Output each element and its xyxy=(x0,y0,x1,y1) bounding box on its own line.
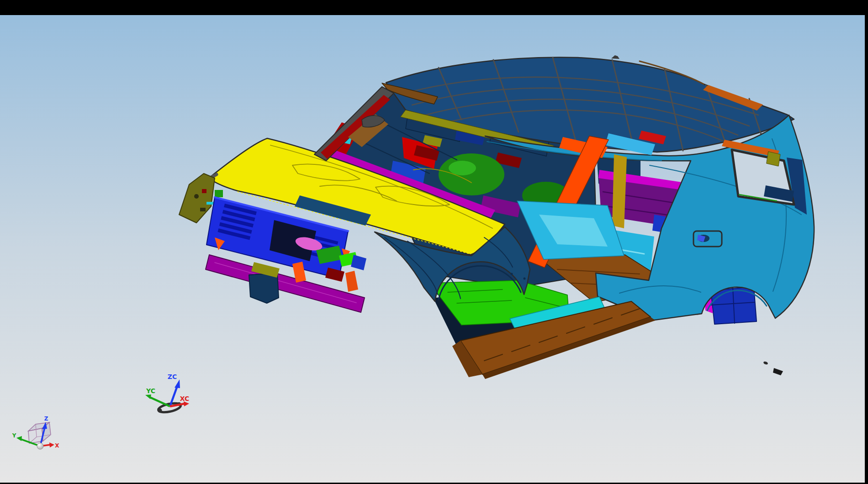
view-x-label: X xyxy=(55,442,59,449)
window-frame-right xyxy=(865,0,868,484)
view-origin-sphere[interactable] xyxy=(37,443,43,449)
wcs-zc-label: ZC xyxy=(168,373,177,380)
wheelhouse-green-dome[interactable] xyxy=(439,153,504,195)
apron-red-clip xyxy=(202,189,206,193)
cad-application-window: ZC YC XC Z Y X xyxy=(0,0,868,484)
apron-green-bracket[interactable] xyxy=(215,190,223,197)
door-handle-pocket[interactable] xyxy=(693,231,722,247)
wheelhouse-green-highlight xyxy=(449,161,476,175)
quarter-window-olive-plate[interactable] xyxy=(767,152,780,166)
fender-bolt-hole xyxy=(524,278,526,280)
window-frame-top xyxy=(0,0,868,15)
apron-hole xyxy=(194,194,199,199)
apron-slot xyxy=(200,208,206,211)
view-z-label: Z xyxy=(44,416,48,422)
view-y-label: Y xyxy=(12,432,16,439)
wcs-xc-label: XC xyxy=(180,395,190,402)
apron-cyan-clip xyxy=(206,202,214,205)
fender-bolt-hole-2 xyxy=(511,273,513,275)
wcs-ring-handle[interactable] xyxy=(158,409,162,413)
graphics-viewport[interactable]: ZC YC XC Z Y X xyxy=(0,0,868,484)
wcs-yc-label: YC xyxy=(146,387,155,395)
